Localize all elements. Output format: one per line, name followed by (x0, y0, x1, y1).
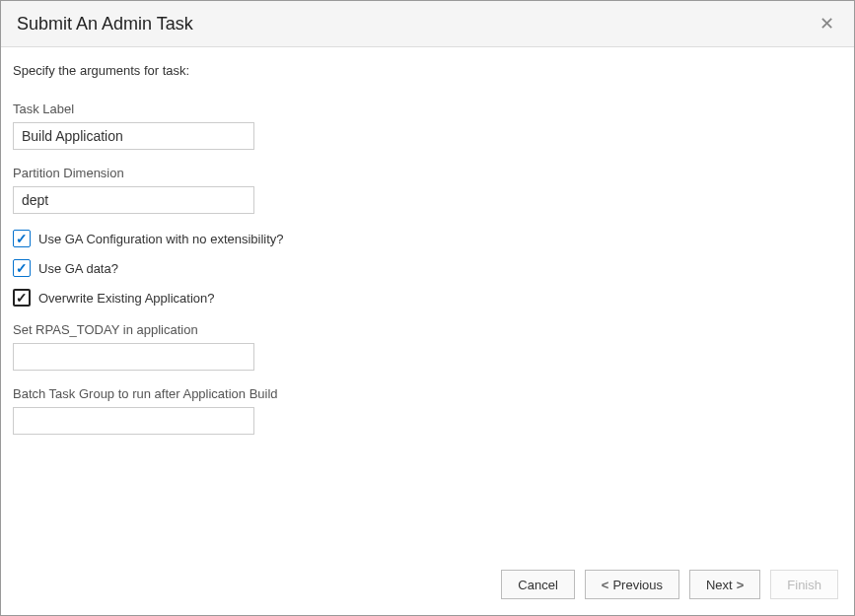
previous-button[interactable]: < Previous (585, 570, 679, 599)
task-label-input[interactable] (13, 122, 254, 150)
use-ga-config-checkbox[interactable] (13, 230, 31, 247)
finish-button-label: Finish (787, 578, 821, 592)
use-ga-data-checkbox[interactable] (13, 259, 31, 277)
field-partition-dimension: Partition Dimension (13, 166, 842, 214)
dialog-footer: Cancel < Previous Next > Finish (1, 554, 854, 615)
previous-button-label: Previous (612, 578, 663, 592)
cancel-button-label: Cancel (518, 578, 557, 592)
use-ga-config-label[interactable]: Use GA Configuration with no extensibili… (38, 232, 284, 246)
next-button-label: Next (706, 578, 733, 592)
close-icon: ✕ (819, 14, 834, 34)
task-label-label: Task Label (13, 102, 842, 116)
field-use-ga-data: Use GA data? (13, 259, 842, 277)
partition-dimension-label: Partition Dimension (13, 166, 842, 180)
close-button[interactable]: ✕ (816, 13, 838, 34)
overwrite-app-checkbox[interactable] (13, 289, 31, 307)
field-batch-task-group: Batch Task Group to run after Applicatio… (13, 386, 842, 435)
rpas-today-label: Set RPAS_TODAY in application (13, 322, 842, 337)
dialog-content: Specify the arguments for task: Task Lab… (1, 47, 854, 554)
partition-dimension-input[interactable] (13, 186, 254, 214)
finish-button[interactable]: Finish (770, 570, 838, 599)
dialog-title: Submit An Admin Task (17, 14, 193, 34)
dialog: Submit An Admin Task ✕ Specify the argum… (0, 0, 855, 616)
batch-task-group-input[interactable] (13, 407, 254, 435)
cancel-button[interactable]: Cancel (501, 570, 574, 599)
batch-task-group-label: Batch Task Group to run after Applicatio… (13, 386, 842, 401)
overwrite-app-label[interactable]: Overwrite Existing Application? (38, 291, 214, 306)
use-ga-data-label[interactable]: Use GA data? (38, 261, 118, 276)
instruction-text: Specify the arguments for task: (13, 63, 842, 78)
field-task-label: Task Label (13, 102, 842, 150)
chevron-left-icon: < (602, 579, 609, 591)
field-use-ga-config: Use GA Configuration with no extensibili… (13, 230, 842, 247)
field-rpas-today: Set RPAS_TODAY in application (13, 322, 842, 371)
field-overwrite-app: Overwrite Existing Application? (13, 289, 842, 307)
dialog-header: Submit An Admin Task ✕ (1, 1, 854, 47)
next-button[interactable]: Next > (689, 570, 760, 599)
chevron-right-icon: > (737, 579, 745, 591)
rpas-today-input[interactable] (13, 343, 254, 371)
